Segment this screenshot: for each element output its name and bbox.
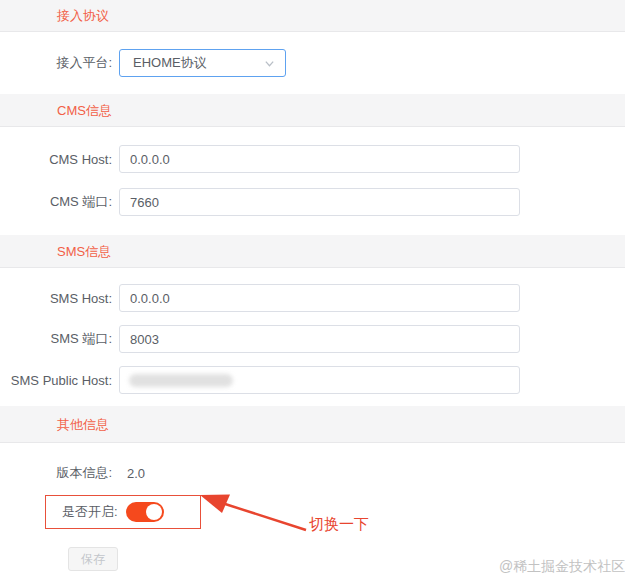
chevron-down-icon: [264, 58, 275, 69]
cms-port-input[interactable]: [119, 188, 520, 216]
sms-port-label: SMS 端口:: [0, 330, 112, 348]
version-label: 版本信息:: [0, 464, 112, 482]
cms-port-row: CMS 端口:: [0, 188, 625, 216]
section-title-other: 其他信息: [57, 417, 109, 432]
save-button[interactable]: 保存: [68, 547, 118, 571]
section-header-sms: SMS信息: [0, 235, 625, 268]
section-header-protocol: 接入协议: [0, 0, 625, 32]
toggle-knob: [146, 504, 162, 520]
section-header-cms: CMS信息: [0, 94, 625, 127]
sms-host-input[interactable]: [119, 284, 520, 312]
section-title-cms: CMS信息: [57, 103, 112, 118]
watermark: @稀土掘金技术社区: [499, 558, 625, 576]
platform-label: 接入平台:: [0, 54, 112, 72]
toggle-highlight-box: 是否开启:: [45, 495, 201, 529]
platform-select[interactable]: EHOME协议: [119, 49, 286, 77]
section-title-sms: SMS信息: [57, 244, 111, 259]
cms-host-label: CMS Host:: [0, 152, 112, 167]
enable-toggle-label: 是否开启:: [62, 503, 118, 521]
enable-toggle[interactable]: [126, 502, 164, 522]
sms-public-host-label: SMS Public Host:: [0, 373, 112, 388]
section-title-protocol: 接入协议: [57, 8, 109, 23]
sms-public-host-wrap: [119, 366, 520, 394]
cms-host-row: CMS Host:: [0, 145, 625, 173]
sms-public-host-input[interactable]: [119, 366, 520, 394]
sms-public-host-row: SMS Public Host:: [0, 366, 625, 394]
sms-port-input[interactable]: [119, 325, 520, 353]
annotation-arrow-icon: [196, 490, 314, 536]
platform-row: 接入平台: EHOME协议: [0, 49, 625, 77]
settings-page: 接入协议 接入平台: EHOME协议 CMS信息 CMS Host: CMS 端…: [0, 0, 625, 571]
version-value: 2.0: [127, 466, 145, 481]
sms-host-row: SMS Host:: [0, 284, 625, 312]
version-row: 版本信息: 2.0: [0, 464, 625, 482]
annotation-text: 切换一下: [309, 515, 369, 534]
cms-port-label: CMS 端口:: [0, 193, 112, 211]
sms-port-row: SMS 端口:: [0, 325, 625, 353]
cms-host-input[interactable]: [119, 145, 520, 173]
section-header-other: 其他信息: [0, 406, 625, 443]
platform-select-value: EHOME协议: [133, 54, 264, 72]
sms-host-label: SMS Host:: [0, 291, 112, 306]
